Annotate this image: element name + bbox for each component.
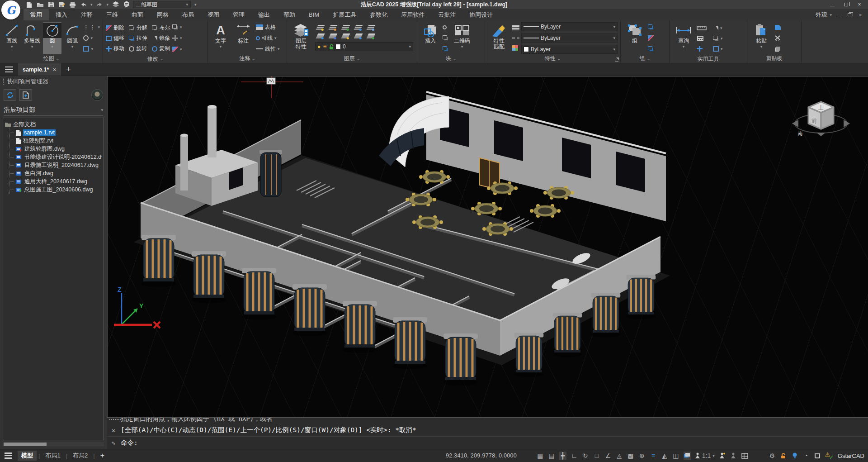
tab-insert[interactable]: 插入 bbox=[49, 9, 74, 20]
new-file-icon[interactable] bbox=[25, 1, 33, 8]
panel-label-clipboard[interactable]: 剪贴板 bbox=[747, 54, 801, 63]
layer-on-icon[interactable] bbox=[316, 25, 325, 30]
doc-close-button[interactable]: × bbox=[856, 12, 864, 18]
line-button[interactable]: 直线 ▾ bbox=[3, 22, 21, 54]
tree-file-green-design[interactable]: 节能绿建设计说明-20240612.dwg bbox=[10, 153, 102, 161]
snap-mode-icon[interactable]: ▤ bbox=[548, 452, 555, 460]
boolean-button[interactable]: 布尔 bbox=[152, 23, 170, 33]
hatch-icon[interactable] bbox=[83, 46, 89, 52]
tree-file-sebaihe[interactable]: 色白河.dwg bbox=[10, 169, 102, 177]
panel-label-utilities[interactable]: 实用工具 bbox=[670, 55, 747, 63]
command-input-row[interactable]: ✎ 命令: bbox=[107, 437, 868, 449]
linear-button[interactable]: 线性▾ bbox=[256, 44, 280, 54]
tree-file-sample1[interactable]: sample.1.rvt bbox=[10, 129, 102, 137]
chevron-down-icon[interactable]: ▾ bbox=[720, 26, 722, 30]
layer-swap-icon[interactable] bbox=[354, 25, 363, 30]
match-properties-button[interactable]: 特性匹配 bbox=[488, 22, 510, 54]
panel-label-modify[interactable]: 修改⌄ bbox=[103, 55, 208, 63]
unlock-ui-icon[interactable] bbox=[780, 452, 787, 460]
tree-file-villa[interactable]: 独院别墅.rvt bbox=[10, 137, 102, 145]
annotation-sync-icon[interactable] bbox=[730, 452, 737, 460]
lineweight-icon[interactable] bbox=[512, 25, 519, 31]
save-as-icon[interactable] bbox=[58, 1, 66, 8]
undo-icon[interactable] bbox=[80, 1, 87, 8]
lineweight-display-icon[interactable]: ≡ bbox=[650, 452, 657, 460]
tree-root-folder[interactable]: 全部文档 bbox=[5, 120, 102, 129]
copy-with-base-icon[interactable] bbox=[774, 24, 781, 30]
redo-dropdown-icon[interactable]: ▾ bbox=[107, 2, 109, 7]
table-button[interactable]: 表格 bbox=[256, 22, 280, 33]
color-grid-icon[interactable] bbox=[512, 45, 518, 51]
user-avatar[interactable] bbox=[91, 89, 103, 101]
arc-button[interactable]: 圆弧 ▾ bbox=[63, 22, 82, 54]
grid-snap-icon[interactable]: ╋ bbox=[559, 452, 566, 460]
tab-cloud-markup[interactable]: 云批注 bbox=[431, 9, 462, 20]
settings-gear-icon[interactable]: ⚙ bbox=[769, 452, 776, 460]
layout1-tab[interactable]: 布局1 bbox=[42, 451, 64, 461]
tree-file-construction-notes[interactable]: 目录施工说明_20240617.dwg bbox=[10, 161, 102, 169]
chevron-down-icon[interactable]: ▾ bbox=[721, 36, 723, 41]
tab-express[interactable]: 扩展工具 bbox=[326, 9, 363, 20]
open-folder-icon[interactable] bbox=[36, 1, 44, 8]
layer-lock-icon[interactable] bbox=[341, 33, 350, 38]
leader-button[interactable]: 引线▾ bbox=[256, 33, 280, 43]
fillet-icon[interactable] bbox=[172, 24, 177, 29]
tab-mesh[interactable]: 网格 bbox=[150, 9, 175, 20]
tree-file-siteplan[interactable]: 总图施工图_20240606.dwg bbox=[10, 186, 102, 194]
status-check-icon[interactable]: ⚠✓ bbox=[825, 452, 833, 459]
hatch-display-icon[interactable]: ▩ bbox=[627, 452, 634, 460]
tab-view[interactable]: 视图 bbox=[201, 9, 226, 20]
new-layout-button[interactable]: + bbox=[97, 452, 108, 460]
ungroup-icon[interactable] bbox=[648, 35, 654, 41]
polar-tracking-icon[interactable]: ↻ bbox=[582, 452, 589, 460]
block-edit-icon[interactable] bbox=[443, 35, 447, 39]
tab-parametric[interactable]: 参数化 bbox=[363, 9, 394, 20]
rotate-button[interactable]: 旋转 bbox=[129, 43, 147, 54]
insert-button[interactable]: 插入 bbox=[420, 22, 441, 54]
tab-home[interactable]: 常用 bbox=[24, 9, 49, 20]
circle-button[interactable]: 圆 ▾ bbox=[43, 22, 61, 54]
panel-label-annotate[interactable]: 注释⌄ bbox=[208, 54, 287, 63]
copy-button[interactable]: 复制 bbox=[152, 43, 170, 54]
tree-file-detail[interactable]: 通用大样_20240617.dwg bbox=[10, 177, 102, 186]
dimension-button[interactable]: 标注 bbox=[232, 22, 254, 54]
chevron-down-icon[interactable]: ▾ bbox=[180, 25, 182, 29]
polyline-button[interactable]: 多段线 ▾ bbox=[23, 22, 42, 54]
document-menu-icon[interactable] bbox=[0, 63, 18, 76]
tab-bim[interactable]: BIM bbox=[302, 9, 326, 20]
tab-collaboration[interactable]: 协同设计 bbox=[462, 9, 500, 20]
doc-restore-button[interactable] bbox=[845, 12, 854, 18]
panel-label-layers[interactable]: 图层⌄ bbox=[287, 54, 417, 63]
move-button[interactable]: 移动 bbox=[106, 43, 124, 54]
cut-icon[interactable] bbox=[774, 35, 781, 41]
doc-minimize-button[interactable] bbox=[835, 12, 843, 18]
explode-button[interactable]: 分解 bbox=[129, 23, 147, 33]
tab-annotate[interactable]: 注释 bbox=[74, 9, 99, 20]
app-logo-icon[interactable]: G bbox=[1, 0, 20, 19]
tab-surface[interactable]: 曲面 bbox=[125, 9, 150, 20]
chevron-down-icon[interactable]: ▾ bbox=[98, 25, 100, 29]
undo-dropdown-icon[interactable]: ▾ bbox=[90, 2, 93, 7]
quick-select-icon[interactable] bbox=[713, 46, 719, 52]
attr-edit-icon[interactable] bbox=[443, 25, 447, 29]
text-button[interactable]: A 文字 ▾ bbox=[211, 22, 231, 54]
lineweight-select[interactable]: ByLayer▾ bbox=[521, 22, 618, 31]
dialog-launcher-icon[interactable] bbox=[615, 58, 618, 62]
panel-label-block[interactable]: 块⌄ bbox=[417, 54, 485, 63]
panel-drag-handle[interactable] bbox=[3, 78, 5, 85]
restore-button[interactable] bbox=[840, 1, 852, 8]
layer-select[interactable]: ● ☀ 0 ▾ bbox=[315, 42, 413, 51]
linetype-icon[interactable] bbox=[512, 38, 519, 38]
selection-cycling-icon[interactable]: ◭ bbox=[661, 452, 668, 460]
panel-label-properties[interactable]: 特性⌄ bbox=[485, 54, 620, 63]
color-select[interactable]: ByLayer▾ bbox=[521, 45, 618, 54]
command-panel-drag-handle[interactable] bbox=[109, 419, 121, 420]
layer-properties-button[interactable]: 图层特性 bbox=[290, 22, 312, 54]
status-menu-icon[interactable] bbox=[5, 452, 12, 459]
layer-unlock-icon[interactable] bbox=[341, 25, 350, 30]
layer-match-icon[interactable] bbox=[367, 33, 376, 38]
compass-south-arrow-icon[interactable] bbox=[816, 133, 826, 136]
tab-manage[interactable]: 管理 bbox=[226, 9, 251, 20]
close-button[interactable]: × bbox=[854, 1, 865, 8]
command-cancel-icon[interactable]: ✕ bbox=[109, 427, 118, 434]
